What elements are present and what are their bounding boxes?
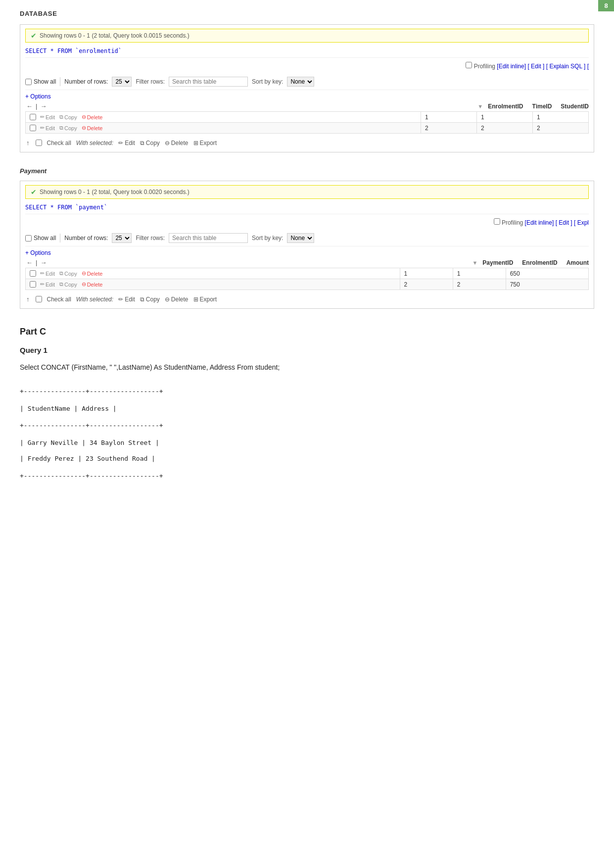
p-row2-edit-button[interactable]: ✏ Edit	[39, 281, 56, 288]
row2-edit-button[interactable]: ✏ Edit	[39, 124, 56, 132]
bottom-check-all[interactable]	[36, 140, 42, 146]
delete3-icon: ⊖	[82, 270, 86, 277]
payment-showing-row: ✔ Showing rows 0 - 1 (2 total, Query too…	[25, 185, 589, 199]
bottom-export-button[interactable]: ⊞ Export	[193, 140, 217, 146]
table-row: ✏ Edit ⧉ Copy ⊖ Delete 2 2	[26, 279, 589, 290]
payment-num-rows-label: Number of rows:	[64, 235, 108, 241]
payment-profiling-checkbox[interactable]	[494, 218, 500, 225]
copy-icon: ⧉	[59, 125, 63, 131]
check-icon: ✔	[31, 32, 37, 40]
row1-delete-button[interactable]: ⊖ Delete	[80, 113, 104, 121]
payment-data-table: ✏ Edit ⧉ Copy ⊖ Delete 1 1	[25, 268, 589, 290]
p-row2-copy-button[interactable]: ⧉ Copy	[58, 281, 79, 288]
payment-edit-link[interactable]: [ Edit ]	[556, 219, 572, 226]
num-rows-select[interactable]: 25	[112, 77, 132, 87]
p-row2-col2: 2	[453, 279, 506, 290]
divider1: +----------------+------------------+	[20, 385, 594, 399]
row1-actions: ✏ Edit ⧉ Copy ⊖ Delete	[26, 112, 421, 123]
payment-nav-right[interactable]: →	[39, 258, 47, 267]
enrolment-data-table: ✏ Edit ⧉ Copy ⊖ Delete 1 1	[25, 111, 589, 134]
result-header: | StudentName | Address |	[20, 402, 594, 416]
query1-result: +----------------+------------------+ | …	[20, 385, 594, 483]
col-enrolmentid2: EnrolmentID	[522, 259, 557, 266]
delete2-icon: ⊖	[165, 140, 170, 146]
table-row: ✏ Edit ⧉ Copy ⊖ Delete 1 1	[26, 112, 589, 123]
query1-heading: Query 1	[20, 346, 594, 354]
edit-icon: ✏	[40, 125, 45, 131]
col-amount: Amount	[567, 259, 589, 266]
bottom-edit-button[interactable]: ✏ Edit	[118, 140, 135, 146]
edit-inline-link[interactable]: [Edit inline]	[497, 63, 526, 70]
row2-delete-button[interactable]: ⊖ Delete	[80, 124, 104, 132]
with-selected-text: With selected:	[76, 140, 113, 146]
col-paymentid: PaymentID	[482, 259, 513, 266]
enrolment-sort-select[interactable]: None	[287, 77, 314, 87]
payment-search-input[interactable]	[169, 233, 248, 243]
bottom-copy-button[interactable]: ⧉ Copy	[140, 140, 160, 146]
row1-col3: 1	[532, 112, 588, 123]
payment-nav-left[interactable]: ←	[25, 258, 34, 267]
payment-options-link[interactable]: + Options	[25, 248, 589, 257]
export2-icon: ⊞	[193, 296, 198, 303]
row2-copy-button[interactable]: ⧉ Copy	[58, 124, 79, 132]
bottom-nav-up[interactable]: ↑	[25, 139, 31, 147]
p-row2-checkbox[interactable]	[30, 281, 36, 288]
row1-col1: 1	[421, 112, 476, 123]
payment-profiling-row: Profiling [Edit inline] [ Edit ] [ Expl	[25, 216, 589, 228]
payment-bottom-actions: ↑ Check all With selected: ✏ Edit ⧉ Copy…	[25, 293, 589, 304]
check-all-label: Check all	[47, 140, 71, 146]
row1-copy-button[interactable]: ⧉ Copy	[58, 113, 79, 121]
enrolment-showing-text: Showing rows 0 - 1 (2 total, Query took …	[40, 32, 189, 39]
p-check-all-label: Check all	[47, 296, 71, 303]
nav-right-arrow[interactable]: →	[39, 102, 47, 110]
row2-col1: 2	[421, 123, 476, 134]
p-row1-col3: 650	[506, 268, 588, 279]
pencil3-icon: ✏	[40, 270, 45, 277]
explain-link[interactable]: [ Explain SQL ] [	[546, 63, 589, 70]
enrolment-bottom-actions: ↑ Check all With selected: ✏ Edit ⧉ Copy…	[25, 137, 589, 148]
payment-sort-select[interactable]: None	[287, 233, 314, 243]
p-bottom-check-all[interactable]	[36, 296, 42, 302]
p-row1-edit-button[interactable]: ✏ Edit	[39, 270, 56, 277]
show-all-checkbox[interactable]	[25, 79, 32, 85]
p-row1-checkbox[interactable]	[30, 270, 36, 277]
p-row2-col1: 2	[400, 279, 453, 290]
result-row1: | Garry Neville | 34 Baylon Street |	[20, 436, 594, 450]
p-row1-copy-button[interactable]: ⧉ Copy	[58, 270, 79, 277]
part-c-heading: Part C	[20, 327, 594, 337]
table-row: ✏ Edit ⧉ Copy ⊖ Delete 2 2	[26, 123, 589, 134]
p-row2-actions: ✏ Edit ⧉ Copy ⊖ Delete	[26, 279, 400, 290]
nav-left-arrow[interactable]: ←	[25, 102, 34, 110]
payment-edit-inline-link[interactable]: [Edit inline]	[525, 219, 554, 226]
enrolment-search-input[interactable]	[169, 77, 248, 87]
enrolment-options-link[interactable]: + Options	[25, 92, 589, 101]
p-bottom-copy-button[interactable]: ⧉ Copy	[140, 296, 160, 303]
copy2-icon: ⧉	[140, 140, 144, 146]
p-row2-delete-button[interactable]: ⊖ Delete	[80, 281, 104, 288]
profiling-checkbox[interactable]	[466, 62, 472, 68]
sort-triangle: ▼	[477, 103, 483, 109]
payment-show-all-checkbox[interactable]	[25, 235, 32, 241]
col-enrolmentid: EnrolmentID	[488, 103, 523, 110]
divider2: +----------------+------------------+	[20, 419, 594, 433]
p-bottom-edit-button[interactable]: ✏ Edit	[118, 296, 135, 303]
delete4-icon: ⊖	[82, 281, 86, 288]
enrolment-table-panel: ✔ Showing rows 0 - 1 (2 total, Query too…	[20, 24, 594, 152]
num-rows-label: Number of rows:	[64, 78, 108, 85]
payment-explain-link[interactable]: [ Expl	[574, 219, 589, 226]
row1-checkbox[interactable]	[30, 114, 36, 120]
bottom-delete-button[interactable]: ⊖ Delete	[165, 140, 189, 146]
edit-link[interactable]: [ Edit ]	[527, 63, 544, 70]
payment-filter-label: Filter rows:	[136, 235, 165, 241]
delete5-icon: ⊖	[165, 296, 170, 303]
p-row1-delete-button[interactable]: ⊖ Delete	[80, 270, 104, 277]
p-bottom-delete-button[interactable]: ⊖ Delete	[165, 296, 189, 303]
payment-profiling-label: Profiling	[502, 219, 523, 226]
enrolment-nav-row: ← | → ▼ EnrolmentID TimeID StudentID	[25, 102, 589, 110]
copy-icon: ⧉	[59, 114, 63, 120]
row2-checkbox[interactable]	[30, 125, 36, 131]
p-bottom-export-button[interactable]: ⊞ Export	[193, 296, 217, 303]
p-bottom-nav-up[interactable]: ↑	[25, 295, 31, 303]
row1-edit-button[interactable]: ✏ Edit	[39, 113, 56, 121]
payment-num-rows-select[interactable]: 25	[112, 233, 132, 243]
